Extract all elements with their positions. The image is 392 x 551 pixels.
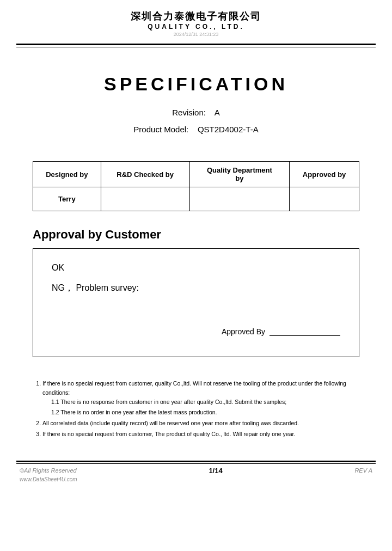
- footnote-1-2: 1.2 There is no order in one year after …: [51, 408, 359, 417]
- approved-by-value: [290, 187, 359, 211]
- footer-rev: REV A: [354, 467, 372, 474]
- col-quality-dept: Quality Departmentby: [189, 162, 290, 187]
- footer-website: www.DataSheet4U.com: [0, 476, 392, 486]
- company-name-en: QUALITY CO., LTD.: [0, 23, 392, 30]
- approval-table-data-row: Terry: [33, 187, 359, 211]
- product-model-value: QST2D4002-T-A: [198, 125, 259, 134]
- top-border: [16, 44, 376, 45]
- approved-by-blank: [270, 327, 340, 336]
- footnote-2: All correlated data (include quality rec…: [42, 419, 359, 428]
- footnote-1: If there is no special request from cust…: [42, 379, 359, 417]
- revision-value: A: [215, 108, 220, 117]
- revision-row: Revision: A: [33, 108, 359, 117]
- product-model-row: Product Model: QST2D4002-T-A: [33, 125, 359, 134]
- footer-page: 1/14: [209, 467, 222, 475]
- header: 深圳合力泰微电子有限公司 QUALITY CO., LTD. 2024/12/3…: [0, 0, 392, 40]
- footnote-1-1: 1.1 There is no response from customer i…: [51, 397, 359, 407]
- quality-dept-value: [189, 187, 290, 211]
- revision-label: Revision:: [172, 108, 206, 117]
- footnote-3: If there is no special request from cust…: [42, 430, 359, 439]
- approval-table-header-row: Designed by R&D Checked by Quality Depar…: [33, 162, 359, 187]
- approval-by-customer-title: Approval by Customer: [33, 228, 359, 242]
- ok-label: OK: [52, 263, 340, 273]
- approved-by-line: Approved By: [52, 327, 340, 336]
- footer-copyright: ©All Rights Reserved: [20, 467, 77, 474]
- watermark: 2024/12/31 24:31:23: [0, 32, 392, 37]
- company-name-cn: 深圳合力泰微电子有限公司: [0, 10, 392, 23]
- col-rd-checked-by: R&D Checked by: [101, 162, 189, 187]
- col-approved-by: Approved by: [290, 162, 359, 187]
- ng-label: NG， Problem survey:: [52, 283, 340, 294]
- rd-checked-value: [101, 187, 189, 211]
- footer-row: ©All Rights Reserved 1/14 REV A: [0, 464, 392, 476]
- page: 深圳合力泰微电子有限公司 QUALITY CO., LTD. 2024/12/3…: [0, 0, 392, 551]
- approved-by-label: Approved By: [222, 327, 265, 336]
- footnotes: If there is no special request from cust…: [33, 379, 359, 439]
- footer-divider-top: [16, 461, 376, 462]
- product-model-label: Product Model:: [133, 125, 188, 134]
- col-designed-by: Designed by: [33, 162, 101, 187]
- approval-table: Designed by R&D Checked by Quality Depar…: [33, 161, 359, 211]
- main-content: SPECIFICATION Revision: A Product Model:…: [0, 47, 392, 455]
- designed-by-value: Terry: [33, 187, 101, 211]
- customer-approval-box: OK NG， Problem survey: Approved By: [33, 248, 359, 357]
- page-title: SPECIFICATION: [33, 74, 359, 95]
